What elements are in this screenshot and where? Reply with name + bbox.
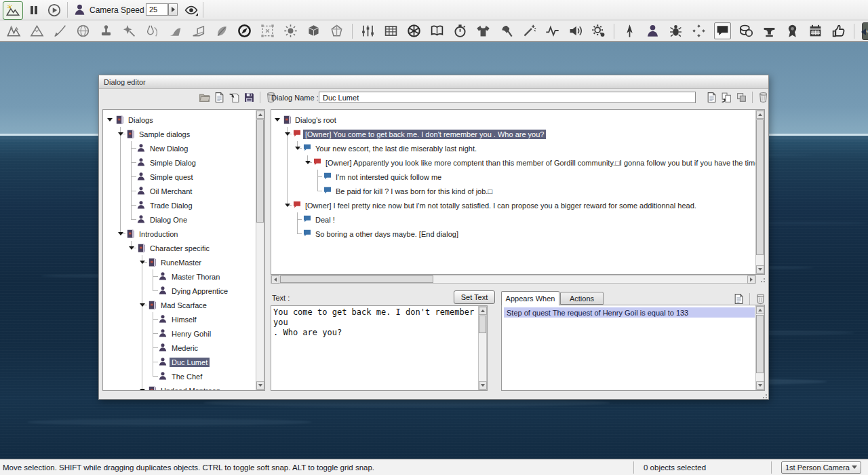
- import-document-icon[interactable]: [228, 91, 241, 104]
- scroll-up-icon[interactable]: [479, 307, 487, 315]
- compass-icon[interactable]: [237, 23, 252, 39]
- expand-arrow-icon[interactable]: [285, 132, 290, 136]
- data-table-icon[interactable]: [383, 23, 399, 39]
- scroll-thumb[interactable]: [256, 119, 264, 223]
- tree-item[interactable]: Henry Gohil: [103, 326, 265, 341]
- tree-item-label[interactable]: Duc Lumet: [170, 358, 210, 367]
- expand-arrow-icon[interactable]: [140, 261, 145, 264]
- tree-item[interactable]: Mederic: [103, 341, 265, 355]
- dialog-node[interactable]: [Owner] Apparently you look like more co…: [271, 155, 765, 170]
- tree-item[interactable]: Duc Lumet: [103, 355, 265, 369]
- dialog-node[interactable]: Deal !: [271, 212, 765, 227]
- water-icon[interactable]: [144, 23, 160, 39]
- scroll-down-icon[interactable]: [479, 381, 487, 390]
- expand-arrow-icon[interactable]: [305, 161, 311, 164]
- stopwatch-icon[interactable]: [452, 23, 468, 39]
- tree-item-label[interactable]: Mederic: [170, 343, 200, 353]
- character-person-icon[interactable]: [70, 1, 89, 18]
- tab-actions[interactable]: Actions: [560, 292, 604, 305]
- scroll-down-icon[interactable]: [756, 265, 764, 273]
- visibility-eye-icon[interactable]: [182, 1, 201, 18]
- delete-trash-icon[interactable]: [754, 292, 767, 305]
- tree-item-label[interactable]: Deal !: [313, 215, 337, 225]
- tree-item-label[interactable]: Dying Apprentice: [170, 286, 230, 296]
- tree-item-label[interactable]: I'm not intersted quick follow me: [334, 172, 443, 182]
- copy-document-icon[interactable]: [720, 91, 733, 104]
- dart-pin-icon[interactable]: [622, 23, 637, 39]
- window-title[interactable]: Dialog editor: [99, 75, 768, 89]
- tree-item-label[interactable]: Henry Gohil: [170, 329, 213, 339]
- delete-trash-icon[interactable]: [757, 91, 770, 104]
- expand-arrow-icon[interactable]: [295, 147, 300, 150]
- open-book-icon[interactable]: [429, 23, 445, 39]
- tree-item-label[interactable]: [Owner] Apparently you look like more co…: [323, 158, 761, 168]
- dialog-bubble-icon[interactable]: [714, 22, 731, 39]
- expand-arrow-icon[interactable]: [140, 303, 145, 307]
- shirt-icon[interactable]: [475, 23, 491, 39]
- scroll-right-icon[interactable]: [747, 276, 755, 284]
- dialog-node[interactable]: So boring a other days maybe. [End dialo…: [271, 227, 765, 241]
- play-icon[interactable]: [45, 1, 64, 18]
- tree-item[interactable]: RuneMaster: [103, 255, 265, 269]
- tree-item-label[interactable]: Character specific: [148, 244, 212, 253]
- tree-item-label[interactable]: New Dialog: [148, 144, 190, 153]
- award-ribbon-icon[interactable]: [785, 23, 800, 39]
- splitter-grip[interactable]: [759, 276, 765, 282]
- tab-appears-when[interactable]: Appears When: [501, 291, 559, 305]
- brush-icon[interactable]: [52, 23, 68, 39]
- tree-item-label[interactable]: Dialogs: [126, 115, 155, 125]
- dialog-name-input[interactable]: Duc Lumet: [319, 92, 696, 103]
- calendar-icon[interactable]: [808, 23, 823, 39]
- tree-item[interactable]: Simple Dialog: [103, 155, 265, 170]
- tree-item-label[interactable]: Mad Scarface: [159, 301, 209, 310]
- scroll-thumb[interactable]: [280, 276, 433, 283]
- tree-item[interactable]: New Dialog: [103, 141, 265, 155]
- tree-item-label[interactable]: Sample dialogs: [137, 130, 192, 139]
- tree-item[interactable]: Mad Scarface: [103, 298, 265, 312]
- tree-item-label[interactable]: So boring a other days maybe. [End dialo…: [313, 229, 460, 239]
- save-icon[interactable]: [243, 91, 256, 104]
- speaker-icon[interactable]: [568, 23, 583, 39]
- condition-row[interactable]: Step of quest The request of Henry Goil …: [504, 307, 755, 318]
- anvil-icon[interactable]: [762, 23, 777, 39]
- tree-item[interactable]: Character specific: [103, 241, 265, 255]
- dialog-node[interactable]: [Owner] I feel pretty nice now but i'm n…: [271, 198, 765, 212]
- tree-item[interactable]: Introduction: [103, 227, 265, 241]
- scroll-up-icon[interactable]: [256, 111, 264, 119]
- mountain-icon[interactable]: [29, 23, 45, 39]
- globe-icon[interactable]: [75, 23, 91, 39]
- tree-item[interactable]: Dialogs: [103, 113, 265, 127]
- prism-icon[interactable]: [329, 23, 344, 39]
- expand-arrow-icon[interactable]: [107, 118, 113, 121]
- conditions-scrollbar[interactable]: [755, 305, 764, 390]
- pause-icon[interactable]: [24, 1, 43, 18]
- bug-icon[interactable]: [668, 23, 684, 39]
- select-area-icon[interactable]: [260, 23, 275, 39]
- tree-item-label[interactable]: Simple Dialog: [148, 158, 198, 168]
- dialog-tree-scrollbar[interactable]: [755, 110, 764, 274]
- expand-arrow-icon[interactable]: [275, 118, 280, 121]
- tree-item-label[interactable]: Simple quest: [148, 172, 195, 182]
- dialog-text-input[interactable]: You come to get back me. I don't remembe…: [271, 305, 488, 391]
- tree-item[interactable]: Master Thoran: [103, 269, 265, 284]
- star-wand-icon[interactable]: [121, 23, 137, 39]
- scroll-thumb[interactable]: [756, 119, 764, 255]
- scroll-left-icon[interactable]: [271, 276, 279, 284]
- gears-icon[interactable]: [591, 23, 606, 39]
- tree-item-label[interactable]: Your new escort, the last die miserably …: [313, 144, 479, 153]
- stamp-icon[interactable]: [98, 23, 114, 39]
- tree-item-label[interactable]: Be paid for kill ? I was born for this k…: [334, 187, 494, 196]
- tree-item[interactable]: The Chef: [103, 369, 265, 383]
- tree-item-label[interactable]: [Owner] You come to get back me. I don't…: [303, 130, 546, 139]
- new-document-icon[interactable]: [732, 292, 745, 305]
- window-resize-grip[interactable]: [761, 392, 767, 398]
- set-text-button[interactable]: Set Text: [454, 290, 495, 304]
- dialog-node[interactable]: Your new escort, the last die miserably …: [271, 141, 765, 155]
- scroll-up-icon[interactable]: [756, 111, 764, 119]
- landscape-view-icon[interactable]: [3, 1, 23, 20]
- scroll-down-icon[interactable]: [256, 381, 264, 390]
- axe-icon[interactable]: [498, 23, 514, 39]
- ramp-icon[interactable]: [167, 23, 183, 39]
- dialog-node[interactable]: [Owner] You come to get back me. I don't…: [271, 127, 765, 141]
- open-folder-icon[interactable]: [198, 91, 211, 104]
